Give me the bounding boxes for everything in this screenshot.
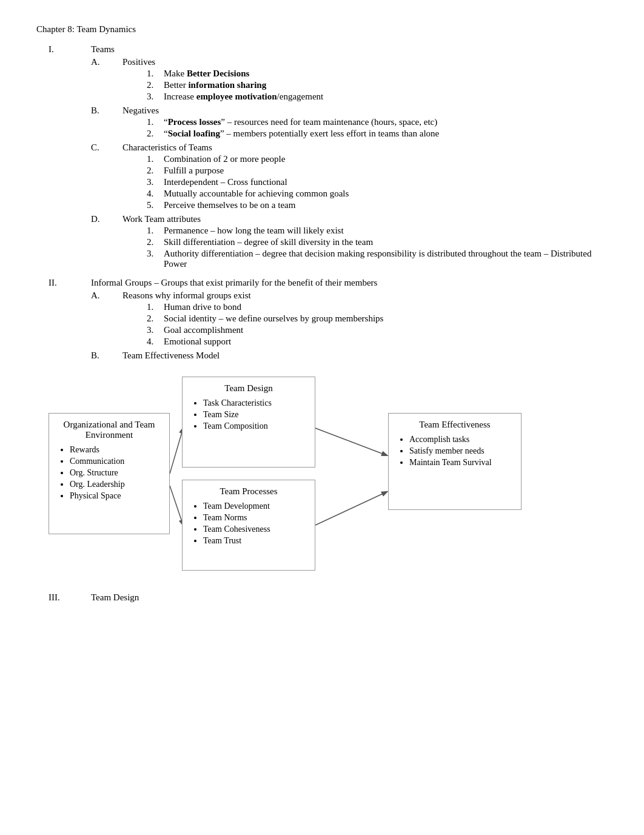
section1d-heading: Work Team attributes [122, 214, 608, 224]
section2a-heading: Reasons why informal groups exist [122, 290, 608, 301]
section1d-label: D. [91, 214, 113, 270]
page-title: Chapter 8: Team Dynamics [36, 24, 608, 35]
section1a-label: A. [91, 57, 113, 103]
list-item: 2. Fulfill a purpose [122, 166, 608, 176]
list-item: Team Trust [203, 536, 306, 546]
list-item: Org. Structure [70, 468, 161, 478]
team-design-box: Team Design Task Characteristics Team Si… [182, 377, 315, 468]
section2b-label: B. [91, 350, 113, 362]
list-item: Physical Space [70, 491, 161, 501]
team-design-box-title: Team Design [191, 383, 306, 394]
list-item: 3. Increase employee motivation/engageme… [122, 92, 608, 102]
list-item: 2. Social identity – we define ourselves… [122, 314, 608, 324]
list-item: Satisfy member needs [409, 446, 512, 456]
section3-heading: Team Design [91, 592, 139, 603]
list-item: 1. Make Better Decisions [122, 69, 608, 79]
list-item: 3. Interdependent – Cross functional [122, 177, 608, 187]
list-item: 1. “Process losses” – resources need for… [122, 117, 608, 127]
list-item: Accomplish tasks [409, 435, 512, 444]
team-effectiveness-diagram: Organizational and Team Environment Rewa… [49, 377, 522, 583]
org-box-list: Rewards Communication Org. Structure Org… [58, 445, 161, 501]
team-design-box-list: Task Characteristics Team Size Team Comp… [191, 398, 306, 431]
list-item: Team Development [203, 501, 306, 511]
svg-line-1 [170, 486, 183, 525]
svg-line-3 [315, 492, 387, 525]
org-box-title: Organizational and Team Environment [58, 420, 161, 440]
list-item: Team Cohesiveness [203, 525, 306, 534]
section2-label: II. [49, 278, 79, 364]
team-processes-box-list: Team Development Team Norms Team Cohesiv… [191, 501, 306, 546]
section1b-label: B. [91, 106, 113, 140]
list-item: 4. Mutually accountable for achieving co… [122, 189, 608, 199]
list-item: 2. “Social loafing” – members potentiall… [122, 129, 608, 139]
list-item: 1. Permanence – how long the team will l… [122, 226, 608, 236]
list-item: Communication [70, 457, 161, 466]
list-item: 1. Combination of 2 or more people [122, 154, 608, 164]
org-environment-box: Organizational and Team Environment Rewa… [49, 413, 170, 534]
list-item: 5. Perceive themselves to be on a team [122, 200, 608, 210]
list-item: 2. Skill differentiation – degree of ski… [122, 237, 608, 247]
team-effectiveness-box-title: Team Effectiveness [397, 420, 512, 430]
list-item: Team Size [203, 410, 306, 420]
list-item: Org. Leadership [70, 480, 161, 489]
list-item: Maintain Team Survival [409, 458, 512, 468]
section1c-heading: Characteristics of Teams [122, 143, 608, 153]
section3-label: III. [49, 592, 79, 605]
section1c-label: C. [91, 143, 113, 212]
section1-label: I. [49, 44, 79, 273]
section2-heading: Informal Groups – Groups that exist prim… [91, 278, 608, 288]
list-item: 2. Better information sharing [122, 80, 608, 90]
team-effectiveness-box: Team Effectiveness Accomplish tasks Sati… [388, 413, 522, 510]
list-item: 3. Goal accomplishment [122, 325, 608, 335]
list-item: 1. Human drive to bond [122, 302, 608, 312]
section3: III. Team Design [49, 592, 608, 605]
svg-line-0 [170, 428, 183, 474]
list-item: Team Norms [203, 513, 306, 523]
list-item: Task Characteristics [203, 398, 306, 408]
team-effectiveness-box-list: Accomplish tasks Satisfy member needs Ma… [397, 435, 512, 468]
section1-heading: Teams [91, 44, 608, 55]
list-item: 4. Emotional support [122, 337, 608, 347]
section2a-label: A. [91, 290, 113, 348]
team-processes-box: Team Processes Team Development Team Nor… [182, 480, 315, 571]
list-item: Rewards [70, 445, 161, 455]
list-item: 3. Authority differentiation – degree th… [122, 249, 608, 269]
svg-line-2 [315, 428, 387, 455]
section2b-heading: Team Effectiveness Model [122, 350, 608, 361]
list-item: Team Composition [203, 421, 306, 431]
team-processes-box-title: Team Processes [191, 486, 306, 497]
section1a-heading: Positives [122, 57, 608, 67]
section1b-heading: Negatives [122, 106, 608, 116]
